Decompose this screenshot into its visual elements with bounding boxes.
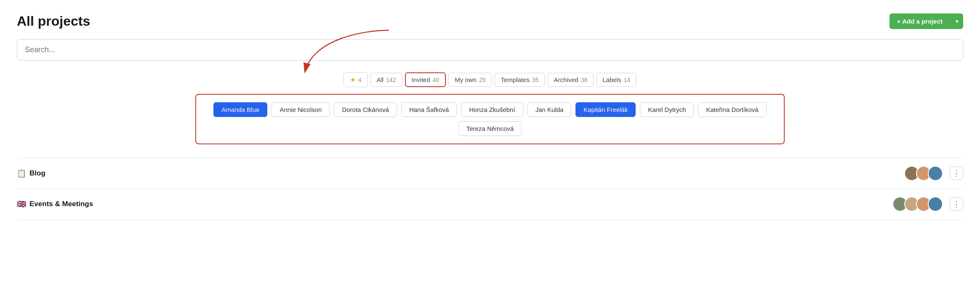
- tab-all-count: 142: [386, 77, 396, 83]
- tab-all-label: All: [377, 76, 384, 83]
- tab-templates[interactable]: Templates 35: [495, 73, 545, 87]
- add-project-caret[interactable]: ▾: [951, 14, 963, 29]
- add-project-label: + Add a project: [889, 13, 950, 29]
- avatar-stack-events: [892, 196, 943, 212]
- person-tag-0[interactable]: Amanda Blue: [213, 102, 267, 117]
- tab-invited[interactable]: Invited 40: [405, 72, 446, 87]
- page-title: All projects: [17, 13, 90, 29]
- tab-archived-label: Archived: [554, 76, 578, 83]
- project-row-blog: 📋Blog⋮: [17, 158, 963, 189]
- avatar-blog-2: [928, 166, 943, 181]
- tab-templates-label: Templates: [501, 76, 530, 83]
- project-name-events[interactable]: 🇬🇧Events & Meetings: [17, 199, 93, 209]
- person-tag-1[interactable]: Annie Nicolson: [272, 102, 330, 117]
- person-tag-4[interactable]: Honza Zkušební: [461, 102, 523, 117]
- tab-archived-count: 38: [581, 77, 588, 83]
- project-list: 📋Blog⋮🇬🇧Events & Meetings⋮: [17, 158, 963, 220]
- tab-myown[interactable]: My own 29: [448, 73, 492, 87]
- person-tag-6[interactable]: Kapitán Freelák: [575, 102, 636, 117]
- project-more-button-blog[interactable]: ⋮: [950, 167, 963, 180]
- avatar-stack-blog: [904, 166, 943, 181]
- project-row-events: 🇬🇧Events & Meetings⋮: [17, 189, 963, 220]
- filter-tabs: ★ 4 All 142 Invited 40 My own 29 Templat…: [344, 72, 637, 87]
- tab-invited-label: Invited: [412, 76, 430, 83]
- project-more-button-events[interactable]: ⋮: [950, 197, 963, 211]
- person-tag-3[interactable]: Hana Šafková: [401, 102, 457, 117]
- person-tag-9[interactable]: Tereza Němcová: [458, 121, 522, 136]
- project-name-text-blog: Blog: [29, 169, 45, 178]
- tab-starred-count: 4: [358, 77, 362, 83]
- people-filter-box: Amanda BlueAnnie NicolsonDorota Cikánová…: [195, 94, 785, 144]
- star-icon: ★: [350, 76, 356, 84]
- tab-starred[interactable]: ★ 4: [344, 72, 368, 87]
- project-name-blog[interactable]: 📋Blog: [17, 169, 45, 178]
- avatar-events-3: [928, 196, 943, 212]
- project-name-text-events: Events & Meetings: [29, 200, 93, 208]
- tab-labels-label: Labels: [602, 76, 621, 83]
- search-input[interactable]: [17, 39, 963, 61]
- tab-all[interactable]: All 142: [370, 73, 402, 87]
- tab-myown-label: My own: [455, 76, 477, 83]
- tab-labels-count: 14: [624, 77, 631, 83]
- tab-labels[interactable]: Labels 14: [596, 73, 636, 87]
- tab-invited-count: 40: [433, 77, 439, 83]
- project-right-events: ⋮: [892, 196, 963, 212]
- filter-tabs-area: ★ 4 All 142 Invited 40 My own 29 Templat…: [17, 72, 963, 87]
- add-project-button[interactable]: + Add a project ▾: [889, 13, 963, 29]
- person-tag-2[interactable]: Dorota Cikánová: [334, 102, 397, 117]
- tab-templates-count: 35: [532, 77, 539, 83]
- tab-myown-count: 29: [479, 77, 486, 83]
- project-right-blog: ⋮: [904, 166, 963, 181]
- tab-archived[interactable]: Archived 38: [548, 73, 594, 87]
- person-tag-8[interactable]: Kateřina Dortíková: [698, 102, 766, 117]
- person-tag-5[interactable]: Jan Kulda: [527, 102, 572, 117]
- person-tag-7[interactable]: Karel Dytrych: [640, 102, 694, 117]
- project-emoji-blog: 📋: [17, 169, 26, 178]
- project-emoji-events: 🇬🇧: [17, 199, 26, 209]
